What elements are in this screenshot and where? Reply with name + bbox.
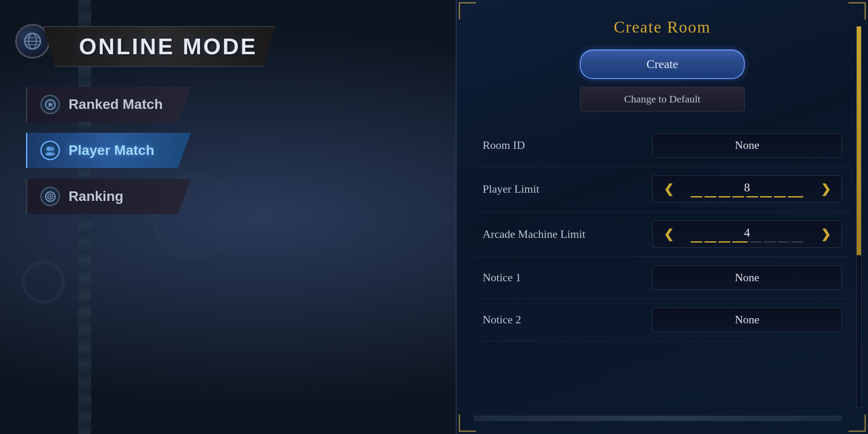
notice-1-value[interactable]: None xyxy=(652,266,842,290)
player-match-label: Player Match xyxy=(69,142,154,158)
ranked-match-label: Ranked Match xyxy=(69,96,163,112)
player-limit-increase-button[interactable]: ❯ xyxy=(816,180,835,198)
ranking-label: Ranking xyxy=(69,188,123,204)
bar-seg-1 xyxy=(690,196,703,197)
create-button[interactable]: Create xyxy=(580,49,745,79)
am-bar-seg-3 xyxy=(718,241,730,243)
player-limit-bar xyxy=(690,196,803,197)
setting-row-room-id: Room ID None xyxy=(474,125,851,167)
svg-point-13 xyxy=(49,196,51,197)
change-to-default-button[interactable]: Change to Default xyxy=(580,87,745,112)
bar-seg-5 xyxy=(746,196,758,197)
notice-1-value-cell: None xyxy=(644,257,851,299)
am-bar-seg-6 xyxy=(763,241,776,243)
bar-seg-3 xyxy=(718,196,730,197)
player-limit-label: Player Limit xyxy=(474,167,644,212)
bottom-bar-decoration xyxy=(474,416,842,421)
am-bar-seg-2 xyxy=(704,241,717,243)
arcade-machine-limit-display: 4 xyxy=(678,226,816,243)
arcade-machine-limit-control: ❮ 4 ❯ xyxy=(652,220,842,248)
scrollbar-thumb xyxy=(857,26,861,255)
player-limit-value: 8 xyxy=(744,181,750,194)
left-panel: ONLINE MODE Ranked Match Pl xyxy=(0,0,278,434)
arcade-machine-limit-label: Arcade Machine Limit xyxy=(474,212,644,257)
am-bar-seg-4 xyxy=(732,241,748,243)
arcade-machine-limit-increase-button[interactable]: ❯ xyxy=(816,225,835,243)
room-id-value-cell: None xyxy=(644,125,851,167)
bar-seg-4 xyxy=(732,196,744,197)
panel-title: Create Room xyxy=(474,17,851,36)
bar-seg-2 xyxy=(704,196,717,197)
arcade-machine-limit-value: 4 xyxy=(744,226,750,240)
player-match-icon xyxy=(40,141,60,160)
ranked-match-icon xyxy=(40,95,60,114)
player-limit-control: ❮ 8 ❯ xyxy=(652,175,842,203)
sidebar-item-ranking[interactable]: Ranking xyxy=(26,179,191,214)
create-room-panel: Create Room Create Change to Default Roo… xyxy=(456,0,868,434)
am-bar-seg-1 xyxy=(690,241,703,243)
am-bar-seg-7 xyxy=(777,241,789,243)
svg-point-10 xyxy=(49,152,55,156)
room-id-value[interactable]: None xyxy=(652,133,842,158)
arcade-machine-limit-bar xyxy=(690,241,803,243)
arcade-machine-limit-value-cell: ❮ 4 ❯ xyxy=(644,212,851,257)
notice-2-value-cell: None xyxy=(644,299,851,341)
sidebar-item-ranked-match[interactable]: Ranked Match xyxy=(26,87,191,122)
player-limit-display: 8 xyxy=(678,181,816,197)
notice-1-label: Notice 1 xyxy=(474,257,644,299)
setting-row-notice-2: Notice 2 None xyxy=(474,299,851,341)
corner-decoration-tl xyxy=(459,2,476,20)
bar-seg-6 xyxy=(760,196,772,197)
notice-2-value[interactable]: None xyxy=(652,308,842,332)
setting-row-arcade-machine-limit: Arcade Machine Limit ❮ 4 xyxy=(474,212,851,257)
player-limit-value-cell: ❮ 8 ❯ xyxy=(644,167,851,212)
room-id-label: Room ID xyxy=(474,125,644,167)
bar-seg-7 xyxy=(774,196,786,197)
corner-decoration-br xyxy=(848,414,866,432)
page-title: ONLINE MODE xyxy=(79,34,257,59)
navigation-menu: Ranked Match Player Match xyxy=(26,87,191,214)
notice-2-label: Notice 2 xyxy=(474,299,644,341)
arcade-machine-limit-decrease-button[interactable]: ❮ xyxy=(659,225,678,243)
scrollbar[interactable] xyxy=(856,26,861,408)
am-bar-seg-5 xyxy=(750,241,762,243)
online-mode-banner: ONLINE MODE xyxy=(43,26,276,67)
settings-table: Room ID None Player Limit ❮ 8 xyxy=(474,125,851,341)
am-bar-seg-8 xyxy=(791,241,803,243)
svg-point-8 xyxy=(50,147,54,151)
bar-seg-8 xyxy=(788,196,803,197)
corner-decoration-bl xyxy=(459,414,476,432)
corner-decoration-tr xyxy=(848,2,866,20)
sidebar-item-player-match[interactable]: Player Match xyxy=(26,133,191,168)
setting-row-notice-1: Notice 1 None xyxy=(474,257,851,299)
setting-row-player-limit: Player Limit ❮ 8 xyxy=(474,167,851,212)
player-limit-decrease-button[interactable]: ❮ xyxy=(659,180,678,198)
ranking-icon xyxy=(40,187,60,206)
svg-marker-6 xyxy=(47,102,53,107)
